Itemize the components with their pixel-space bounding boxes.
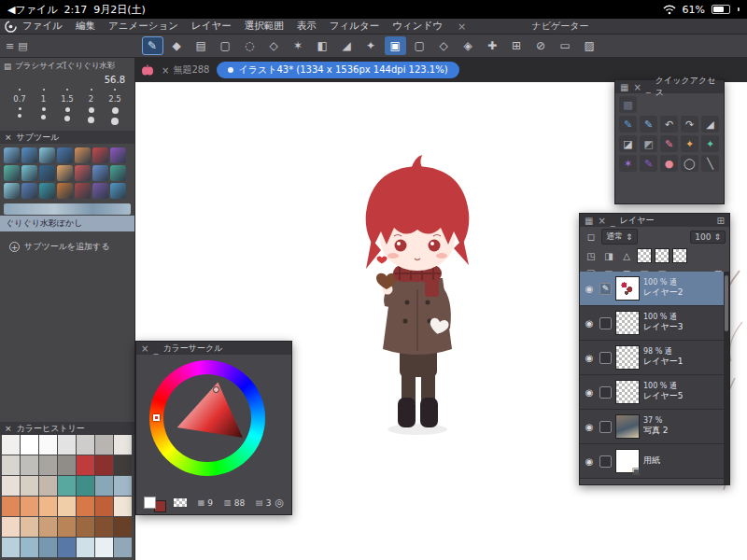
layer-checkbox[interactable] bbox=[599, 317, 612, 329]
marquee-select-tool[interactable]: ▢ bbox=[215, 36, 236, 55]
subtool-brush-20[interactable] bbox=[110, 183, 126, 199]
decoration-multi-icon[interactable]: ✦ bbox=[681, 135, 698, 152]
layer-row-2[interactable]: ◉98 % 通レイヤー1 bbox=[580, 341, 724, 375]
history-swatch-28[interactable] bbox=[2, 517, 20, 537]
subtool-brush-12[interactable] bbox=[92, 165, 108, 181]
history-swatch-30[interactable] bbox=[39, 517, 57, 537]
layer-checkbox[interactable] bbox=[599, 386, 612, 399]
history-swatch-34[interactable] bbox=[114, 517, 132, 537]
layer-select-tool[interactable]: ▣ bbox=[385, 36, 406, 55]
history-swatch-32[interactable] bbox=[77, 517, 94, 537]
brush-size-value[interactable]: 56.8 bbox=[0, 75, 134, 87]
history-swatch-1[interactable] bbox=[21, 435, 38, 455]
pen-blue-icon[interactable]: ✎ bbox=[619, 116, 637, 133]
subtool-brush-18[interactable] bbox=[75, 183, 91, 199]
material-tool[interactable]: ▤ bbox=[190, 36, 212, 55]
layer-thumbnail[interactable] bbox=[615, 345, 640, 370]
brush-size-option-1[interactable]: 1 bbox=[34, 89, 54, 125]
layer-row-3[interactable]: ◉100 % 通レイヤー5 bbox=[580, 375, 724, 410]
subtool-brush-9[interactable] bbox=[39, 165, 55, 181]
history-swatch-3[interactable] bbox=[58, 435, 76, 455]
workspace-icon[interactable]: ▤ bbox=[18, 40, 27, 52]
subtool-brush-1[interactable] bbox=[21, 147, 37, 163]
history-swatch-23[interactable] bbox=[39, 497, 57, 516]
layer-visibility-icon[interactable]: ◉ bbox=[583, 318, 596, 329]
history-swatch-16[interactable] bbox=[39, 476, 57, 496]
history-swatch-26[interactable] bbox=[95, 497, 113, 516]
menu-item-6[interactable]: フィルター bbox=[330, 20, 379, 33]
layer-checkbox[interactable] bbox=[599, 455, 612, 468]
color-wheel-minimize-icon[interactable]: _ bbox=[153, 343, 158, 354]
history-swatch-4[interactable] bbox=[77, 435, 94, 455]
subtool-brush-6[interactable] bbox=[110, 147, 126, 163]
circle-tool-icon[interactable]: ◯ bbox=[681, 155, 698, 172]
menu-item-4[interactable]: 選択範囲 bbox=[245, 20, 284, 33]
line-tool-icon[interactable]: ╲ bbox=[701, 155, 719, 172]
history-swatch-24[interactable] bbox=[58, 497, 76, 516]
history-swatch-12[interactable] bbox=[95, 455, 113, 475]
layer-panel-close-icon[interactable]: × bbox=[598, 216, 605, 226]
airbrush-tool[interactable]: ✦ bbox=[360, 36, 382, 55]
foreground-color-swatch[interactable] bbox=[144, 497, 156, 509]
rect-frame-tool[interactable]: ▭ bbox=[555, 36, 576, 55]
history-swatch-9[interactable] bbox=[39, 455, 57, 475]
layer-thumbnail[interactable] bbox=[615, 414, 640, 439]
subtool-brush-3[interactable] bbox=[57, 147, 73, 163]
layer-checkbox[interactable] bbox=[599, 352, 612, 364]
hue-value[interactable]: 9 bbox=[207, 498, 213, 508]
history-swatch-21[interactable] bbox=[2, 497, 20, 516]
layer-list-scrollbar[interactable] bbox=[724, 272, 729, 484]
history-swatch-8[interactable] bbox=[21, 455, 38, 475]
subtool-brush-4[interactable] bbox=[75, 147, 91, 163]
layer-thumbnail[interactable] bbox=[615, 380, 640, 404]
mask-thumb-1[interactable] bbox=[655, 248, 669, 263]
color-mode-toggle-icon[interactable]: ◎ bbox=[275, 497, 284, 509]
undo-icon[interactable]: ↶ bbox=[660, 116, 678, 133]
subtool-brush-8[interactable] bbox=[21, 165, 37, 181]
cream-brush-icon[interactable]: ✦ bbox=[701, 135, 719, 152]
subtool-brush-14[interactable] bbox=[4, 183, 20, 199]
soft-eraser-icon[interactable]: ◩ bbox=[640, 135, 657, 152]
panel-toggle-icon[interactable]: ≡ bbox=[6, 40, 14, 52]
history-swatch-14[interactable] bbox=[2, 476, 20, 496]
brush-size-option-1.5[interactable]: 1.5 bbox=[57, 89, 78, 125]
quick-access-minimize-icon[interactable]: _ bbox=[646, 82, 651, 92]
brush-size-option-0.7[interactable]: 0.7 bbox=[9, 89, 30, 125]
layer-thumbnail[interactable] bbox=[615, 311, 640, 335]
history-swatch-37[interactable] bbox=[39, 538, 57, 557]
layer-editing-pencil-icon[interactable]: ✎ bbox=[599, 283, 612, 295]
selection-launcher-tool[interactable]: ▢ bbox=[409, 36, 430, 55]
history-swatch-18[interactable] bbox=[77, 476, 94, 496]
subtool-brush-19[interactable] bbox=[92, 183, 108, 199]
subtool-brush-11[interactable] bbox=[75, 165, 91, 181]
transparent-color-chip[interactable] bbox=[174, 498, 187, 507]
clip-studio-logo-icon[interactable] bbox=[5, 21, 17, 33]
subtool-brush-7[interactable] bbox=[4, 165, 20, 181]
history-swatch-22[interactable] bbox=[21, 497, 38, 516]
menu-item-7[interactable]: ウィンドウ bbox=[392, 20, 443, 33]
layer-row-0[interactable]: ◉✎100 % 通レイヤー2 bbox=[580, 272, 724, 306]
pen-light-icon[interactable]: ✎ bbox=[640, 116, 657, 133]
layer-thumbnail[interactable] bbox=[615, 449, 640, 473]
blob-pink-icon[interactable]: ● bbox=[660, 155, 678, 172]
document-tab-active[interactable]: イラスト43* (1334 x 1536px 144dpi 123.1%) bbox=[217, 62, 458, 78]
menu-item-1[interactable]: 編集 bbox=[76, 20, 95, 33]
lasso-select-tool[interactable]: ◌ bbox=[239, 36, 261, 55]
history-swatch-2[interactable] bbox=[39, 435, 57, 455]
subtool-brush-0[interactable] bbox=[4, 147, 20, 163]
layer-row-5[interactable]: ◉用紙 bbox=[580, 444, 724, 479]
history-swatch-27[interactable] bbox=[114, 497, 132, 516]
fill-tool[interactable]: ◧ bbox=[312, 36, 333, 55]
gradient-dark-icon[interactable]: ▩ bbox=[619, 96, 637, 113]
hue-marker[interactable] bbox=[153, 414, 160, 421]
material-palette-tool[interactable]: ▨ bbox=[579, 36, 600, 55]
menu-item-2[interactable]: アニメーション bbox=[108, 20, 178, 33]
history-swatch-7[interactable] bbox=[2, 455, 20, 475]
layer-row-1[interactable]: ◉100 % 通レイヤー3 bbox=[580, 306, 724, 341]
document-tab-untitled[interactable]: × 無題288 bbox=[162, 63, 209, 77]
menu-item-5[interactable]: 表示 bbox=[297, 20, 317, 33]
layer-lock-icon[interactable]: ◻ bbox=[584, 231, 599, 244]
layer-visibility-icon[interactable]: ◉ bbox=[583, 456, 596, 467]
marker-purple-icon[interactable]: ✎ bbox=[640, 155, 657, 172]
history-swatch-0[interactable] bbox=[2, 435, 20, 455]
